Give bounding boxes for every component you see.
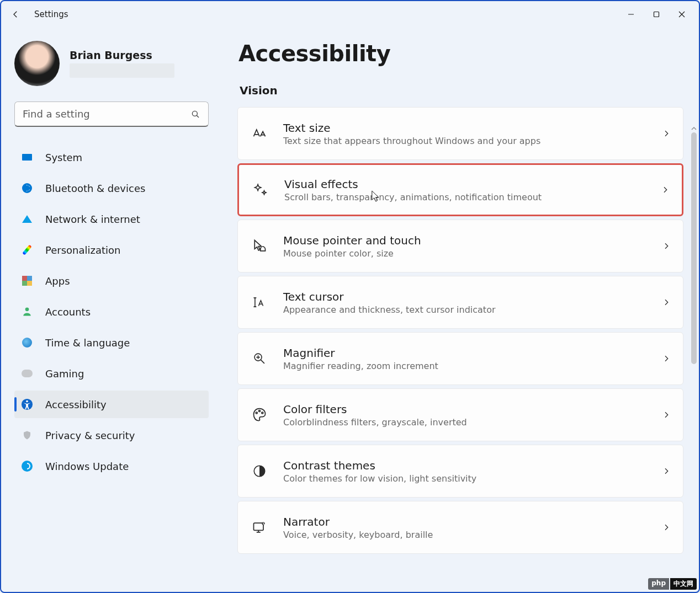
accessibility-icon [21,398,33,410]
scroll-up-icon[interactable] [691,126,697,131]
setting-card-text-size[interactable]: Text sizeText size that appears througho… [237,107,683,160]
avatar [14,41,60,86]
sidebar-item-label: Bluetooth & devices [45,183,145,194]
setting-card-subtitle: Magnifier reading, zoom increment [283,361,655,371]
app-title: Settings [34,9,68,19]
sidebar-item-label: Apps [45,275,70,287]
sidebar-item-label: Personalization [45,244,120,256]
maximize-button[interactable] [644,6,669,23]
svg-point-2 [25,308,29,312]
profile-email-blurred [70,63,174,78]
svg-point-8 [262,412,263,414]
sidebar-nav: SystemBluetooth & devicesNetwork & inter… [14,143,209,483]
page-title: Accessibility [238,41,690,66]
sidebar-item-privacy-security[interactable]: Privacy & security [14,421,209,449]
chevron-right-icon [662,298,671,307]
svg-point-1 [192,111,197,116]
sidebar-item-time-language[interactable]: Time & language [14,329,209,356]
acc-icon [21,306,33,318]
svg-rect-10 [254,523,264,530]
setting-card-narrator[interactable]: NarratorVoice, verbosity, keyboard, brai… [237,501,683,554]
chevron-right-icon [662,242,671,250]
watermark: php 中文网 [648,578,697,590]
sidebar-item-label: Time & language [45,337,130,349]
sidebar: Brian Burgess SystemBluetooth & devicesN… [1,41,222,592]
setting-card-title: Magnifier [283,346,655,360]
back-button[interactable] [10,9,21,20]
apps-icon [21,275,33,287]
chevron-right-icon [662,410,671,419]
net-icon [21,213,33,225]
contrast-themes-icon [251,463,268,479]
chevron-right-icon [662,354,671,363]
search-icon [190,109,200,119]
setting-card-title: Text cursor [283,290,655,303]
setting-card-contrast-themes[interactable]: Contrast themesColor themes for low visi… [237,445,683,498]
game-icon [21,367,33,380]
sidebar-item-label: Privacy & security [45,430,135,441]
profile-name: Brian Burgess [70,49,174,61]
setting-card-title: Text size [283,121,655,135]
setting-card-title: Mouse pointer and touch [283,234,655,247]
sidebar-item-label: Network & internet [45,213,140,225]
setting-card-subtitle: Color themes for low vision, light sensi… [283,473,655,484]
settings-list: Text sizeText size that appears througho… [237,107,690,554]
setting-card-magnifier[interactable]: MagnifierMagnifier reading, zoom increme… [237,332,683,385]
pers-icon [21,244,33,256]
setting-card-subtitle: Colorblindness filters, grayscale, inver… [283,417,655,428]
bt-icon [21,182,33,194]
sidebar-item-label: Accounts [45,306,91,318]
svg-point-7 [259,410,261,412]
setting-card-subtitle: Mouse pointer color, size [283,248,655,259]
upd-icon [21,460,33,472]
narrator-icon [251,519,268,536]
svg-rect-0 [654,12,659,17]
sidebar-item-accessibility[interactable]: Accessibility [14,391,209,418]
setting-card-mouse-pointer[interactable]: Mouse pointer and touchMouse pointer col… [237,220,683,273]
setting-card-subtitle: Scroll bars, transparency, animations, n… [284,192,654,202]
chevron-right-icon [662,467,671,476]
color-filters-icon [251,407,268,423]
system-icon [21,151,33,163]
titlebar: Settings [1,1,699,28]
sidebar-item-label: Gaming [45,368,84,380]
sidebar-item-bluetooth-devices[interactable]: Bluetooth & devices [14,174,209,202]
sidebar-item-windows-update[interactable]: Windows Update [14,452,209,480]
sidebar-item-label: Accessibility [45,399,107,410]
scrollbar[interactable] [691,126,697,587]
text-size-icon [251,125,268,142]
sidebar-item-label: System [45,152,82,163]
setting-card-title: Narrator [283,515,655,528]
svg-point-6 [256,412,257,414]
profile-block[interactable]: Brian Burgess [14,41,209,86]
sidebar-item-system[interactable]: System [14,143,209,171]
sidebar-item-network-internet[interactable]: Network & internet [14,205,209,233]
magnifier-icon [251,350,268,367]
sidebar-item-gaming[interactable]: Gaming [14,360,209,387]
sidebar-item-label: Windows Update [45,461,129,472]
main-content: Accessibility Vision Text sizeText size … [222,41,699,592]
section-title: Vision [240,84,690,97]
setting-card-title: Visual effects [284,178,654,191]
priv-icon [21,429,33,441]
chevron-right-icon [662,129,671,138]
minimize-button[interactable] [618,6,644,23]
setting-card-visual-effects[interactable]: Visual effectsScroll bars, transparency,… [237,163,683,216]
setting-card-subtitle: Appearance and thickness, text cursor in… [283,304,655,315]
svg-point-4 [26,400,28,403]
text-cursor-icon [251,294,268,311]
setting-card-subtitle: Voice, verbosity, keyboard, braille [283,530,655,540]
setting-card-text-cursor[interactable]: Text cursorAppearance and thickness, tex… [237,276,683,329]
chevron-right-icon [662,523,671,532]
sidebar-item-personalization[interactable]: Personalization [14,236,209,264]
mouse-pointer-icon [251,238,268,254]
sidebar-item-apps[interactable]: Apps [14,267,209,295]
search-input[interactable] [23,108,183,120]
close-button[interactable] [669,6,694,23]
sidebar-item-accounts[interactable]: Accounts [14,298,209,325]
search-box[interactable] [14,101,209,127]
setting-card-color-filters[interactable]: Color filtersColorblindness filters, gra… [237,388,683,441]
time-icon [21,336,33,349]
scroll-thumb[interactable] [691,132,697,364]
visual-effects-icon [252,181,269,198]
